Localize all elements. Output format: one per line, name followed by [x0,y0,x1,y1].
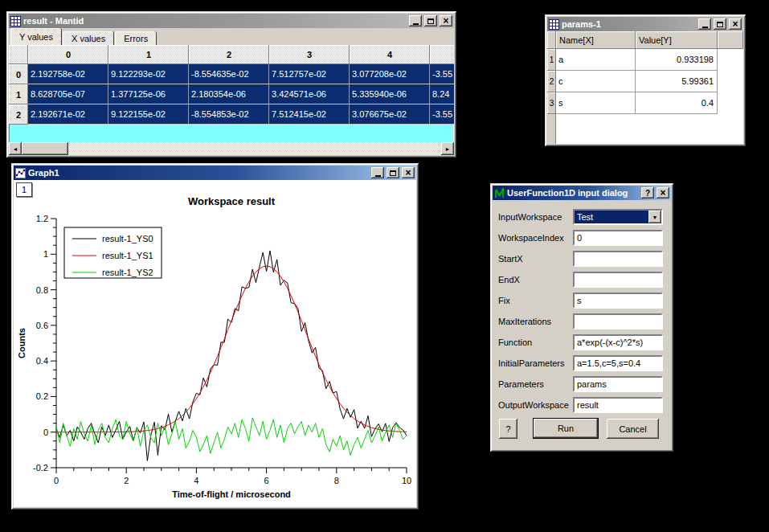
row-header[interactable]: 1 [547,49,556,71]
horizontal-scrollbar[interactable]: ◄ ► [9,142,454,155]
dialog-field-row: Function [498,334,665,350]
param-name-cell[interactable]: c [556,71,636,92]
corner-cell[interactable] [9,45,28,64]
table-cell[interactable]: 9.122155e-02 [108,104,189,125]
inputworkspace-combobox[interactable]: Test▼ [573,209,663,225]
table-cell[interactable]: 3.424571e-06 [269,84,350,104]
minimize-icon [702,27,708,28]
close-button[interactable]: × [440,15,452,27]
field-label: StartX [498,251,523,267]
column-header[interactable]: 0 [28,45,108,64]
startx-field[interactable] [573,251,663,267]
maxiterations-field[interactable] [573,313,663,329]
corner-cell[interactable] [547,31,556,49]
scroll-track[interactable] [68,142,441,155]
close-icon: × [405,168,411,178]
row-header[interactable]: 2 [547,71,556,92]
minimize-button[interactable] [698,18,711,30]
close-icon: × [660,188,665,198]
table-cell[interactable]: 5.335940e-06 [350,84,430,104]
table-cell[interactable]: 2.180354e-06 [189,84,269,104]
row-header[interactable]: 1 [9,84,28,104]
layer-button[interactable]: 1 [16,182,32,197]
close-button[interactable]: × [657,187,669,198]
row-header[interactable]: 3 [547,92,556,114]
column-header[interactable]: 1 [108,45,189,64]
close-button[interactable]: × [402,167,415,178]
scroll-right-button[interactable]: ► [441,142,454,155]
field-label: MaxIterations [498,313,551,329]
table-cell[interactable]: 8.628705e-07 [28,84,108,104]
column-header[interactable]: Name[X] [556,31,636,49]
dialog-titlebar[interactable]: UserFunction1D input dialog ? × [493,186,671,200]
graph-canvas-area: 1 Workspace result0246810-0.200.20.40.60… [14,180,416,507]
minimize-button[interactable] [409,15,422,27]
table-cell[interactable]: 8.24 [430,84,454,104]
y-axis-label: Counts [17,328,27,358]
param-value-cell[interactable]: 0.933198 [636,49,718,71]
param-value-cell[interactable]: 5.99361 [636,71,718,92]
scroll-thumb[interactable] [22,142,68,155]
row-header[interactable]: 0 [9,64,28,84]
parameters-field[interactable] [573,376,663,392]
window-title: result - Mantid [23,16,407,26]
tab-x-values[interactable]: X values [63,31,114,45]
result-window: result - Mantid × Y valuesX valuesErrors… [6,11,456,158]
param-value-cell[interactable]: 0.4 [636,92,718,114]
help-button-small[interactable]: ? [499,419,517,439]
function-field[interactable] [573,334,663,350]
maximize-button[interactable] [424,15,437,27]
plot-title: Workspace result [188,195,276,207]
table-cell[interactable]: 3.076675e-02 [350,104,430,125]
y-tick-label: 0 [43,428,48,437]
dialog-field-row: Parameters [498,376,665,392]
column-header[interactable]: 2 [189,45,269,64]
y-tick-label: -0.2 [33,463,48,473]
table-cell[interactable]: -3.55 [430,64,454,84]
fix-field[interactable] [573,293,663,309]
header-filler [718,31,743,49]
outputworkspace-field[interactable] [573,397,663,413]
maximize-button[interactable] [387,167,399,178]
table-cell[interactable]: -8.554635e-02 [189,64,269,84]
table-cell[interactable]: -3.55 [430,104,454,125]
field-label: InitialParameters [498,355,565,371]
column-header[interactable]: 5 [430,45,454,64]
tab-errors[interactable]: Errors [115,31,157,45]
param-name-cell[interactable]: s [556,92,636,114]
scroll-left-button[interactable]: ◄ [9,142,22,155]
table-cell[interactable]: 9.122293e-02 [108,64,189,84]
table-cell[interactable]: -8.554853e-02 [189,104,269,125]
graph-titlebar[interactable]: Graph1 × [14,166,416,180]
chevron-down-icon[interactable]: ▼ [648,211,661,223]
x-tick-label: 0 [54,476,59,485]
minimize-button[interactable] [371,167,384,178]
table-cell[interactable]: 7.512415e-02 [269,104,350,125]
run-button[interactable]: Run [533,418,599,439]
column-header[interactable]: 4 [350,45,430,64]
column-header[interactable]: 3 [269,45,350,64]
table-body: 02.192758e-029.122293e-02-8.554635e-027.… [9,64,454,125]
result-titlebar[interactable]: result - Mantid × [9,14,454,28]
maximize-button[interactable] [714,18,726,30]
tab-y-values[interactable]: Y values [10,28,62,45]
row-header[interactable]: 2 [9,104,28,125]
table-cell[interactable]: 7.512757e-02 [269,64,350,84]
field-label: Fix [498,293,510,309]
table-header-row: Name[X]Value[Y] [547,31,743,49]
param-name-cell[interactable]: a [556,49,636,71]
table-cell[interactable]: 3.077208e-02 [350,64,430,84]
table-row: 2c5.99361 [547,71,743,92]
y-tick-label: 1.2 [36,214,48,223]
help-button[interactable]: ? [641,187,654,198]
column-header[interactable]: Value[Y] [636,31,718,49]
table-cell[interactable]: 2.192758e-02 [28,64,108,84]
workspaceindex-field[interactable] [573,230,663,246]
close-button[interactable]: × [729,18,742,30]
initialparameters-field[interactable] [573,355,663,371]
endx-field[interactable] [573,272,663,288]
params-titlebar[interactable]: params-1 × [547,17,743,31]
cancel-button[interactable]: Cancel [607,419,659,439]
table-cell[interactable]: 1.377125e-06 [108,84,189,104]
table-cell[interactable]: 2.192671e-02 [28,104,108,125]
